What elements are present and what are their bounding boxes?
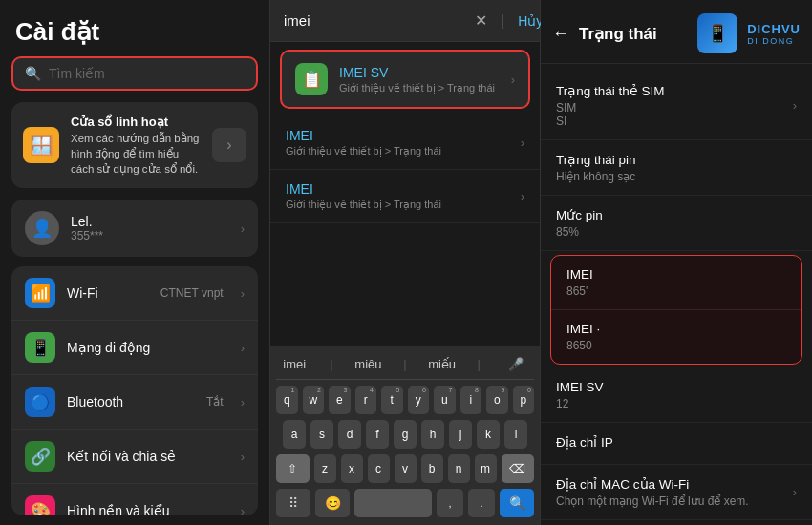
sim-chevron: › xyxy=(793,98,797,113)
user-item[interactable]: 👤 Lel. 355*** › xyxy=(11,200,258,257)
keyboard-suggestions: imei | miêu | miếu | 🎤 xyxy=(276,353,534,380)
settings-item-connect[interactable]: 🔗 Kết nối và chia sẻ › xyxy=(11,430,258,484)
status-item-imei2: IMEI · 8650 xyxy=(551,310,801,364)
bluetooth-label: Bluetooth xyxy=(67,394,195,410)
promo-title: Cửa sổ linh hoạt xyxy=(71,114,201,131)
key-e[interactable]: e3 xyxy=(329,386,351,414)
key-h[interactable]: h xyxy=(421,420,444,449)
suggestion-0[interactable]: imei xyxy=(276,357,313,371)
key-p[interactable]: p0 xyxy=(513,386,535,414)
bluetooth-value: Tắt xyxy=(206,395,224,409)
grid-key[interactable]: ⠿ xyxy=(276,489,310,517)
search-result-2[interactable]: IMEI Giới thiệu về thiết bị > Trạng thái… xyxy=(270,170,540,223)
key-c[interactable]: c xyxy=(368,454,390,483)
wallpaper-icon: 🎨 xyxy=(25,495,55,515)
status-item-mac-wifi[interactable]: Địa chỉ MAC của Wi-Fi Chọn một mạng Wi-F… xyxy=(541,465,812,520)
status-item-imeisv: IMEI SV 12 xyxy=(541,368,812,423)
wifi-label: Wi-Fi xyxy=(67,285,149,301)
key-n[interactable]: n xyxy=(448,454,470,483)
promo-chevron: › xyxy=(212,128,246,162)
key-o[interactable]: o9 xyxy=(486,386,508,414)
status-item-sim[interactable]: Trạng thái thẻ SIM SIMSI › xyxy=(541,72,812,140)
settings-item-wifi[interactable]: 📶 Wi-Fi CTNET vnpt › xyxy=(11,266,258,321)
sim-value: SIMSI xyxy=(556,101,665,128)
imei-highlighted-section: IMEI 865' IMEI · 8650 xyxy=(550,255,802,365)
battery-status-value: Hiện không sạc xyxy=(556,170,797,183)
user-chevron: › xyxy=(241,221,245,236)
settings-item-wallpaper[interactable]: 🎨 Hình nền và kiểu › xyxy=(11,484,258,515)
result-text-1: IMEI Giới thiệu về thiết bị > Trạng thái xyxy=(286,128,509,158)
result-chevron-1: › xyxy=(521,136,524,150)
avatar: 👤 xyxy=(25,211,59,245)
search-result-1[interactable]: IMEI Giới thiệu về thiết bị > Trạng thái… xyxy=(270,116,540,170)
battery-level-title: Mức pin xyxy=(556,207,797,222)
key-r[interactable]: r4 xyxy=(355,386,377,414)
suggestion-1[interactable]: miêu xyxy=(350,357,387,371)
key-w[interactable]: w2 xyxy=(303,386,325,414)
key-j[interactable]: j xyxy=(449,420,472,449)
user-section[interactable]: 👤 Lel. 355*** › xyxy=(11,200,258,257)
key-k[interactable]: k xyxy=(477,420,500,449)
key-i[interactable]: i8 xyxy=(460,386,482,414)
promo-description: Xem các hướng dẫn bằng hình động để tìm … xyxy=(71,131,201,177)
key-d[interactable]: d xyxy=(338,420,361,449)
space-key[interactable] xyxy=(354,489,432,517)
status-list: Trạng thái thẻ SIM SIMSI › Trạng thái pi… xyxy=(541,64,812,525)
key-u[interactable]: u7 xyxy=(434,386,456,414)
key-b[interactable]: b xyxy=(421,454,443,483)
key-a[interactable]: a xyxy=(283,420,306,449)
search-input[interactable] xyxy=(284,12,465,29)
result-chevron-0: › xyxy=(511,73,515,87)
key-s[interactable]: s xyxy=(310,420,333,449)
imeisv-title: IMEI SV xyxy=(556,380,797,394)
key-f[interactable]: f xyxy=(366,420,389,449)
result-title-0: IMEI SV xyxy=(339,65,500,80)
key-t[interactable]: t5 xyxy=(381,386,403,414)
backspace-key[interactable]: ⌫ xyxy=(502,454,535,483)
search-icon: 🔍 xyxy=(25,66,41,81)
wifi-value: CTNET vnpt xyxy=(160,286,224,300)
brand-logo: 📱 xyxy=(697,13,737,53)
search-result-0[interactable]: 📋 IMEI SV Giới thiệu về thiết bị > Trạng… xyxy=(280,50,530,109)
search-placeholder: Tìm kiếm xyxy=(49,66,105,81)
battery-level-value: 85% xyxy=(556,225,797,239)
key-x[interactable]: x xyxy=(341,454,363,483)
cancel-button[interactable]: Hủy xyxy=(518,13,543,29)
mac-wifi-title: Địa chỉ MAC của Wi-Fi xyxy=(556,476,785,492)
shift-key[interactable]: ⇧ xyxy=(276,454,310,483)
mic-icon[interactable]: 🎤 xyxy=(497,357,534,371)
period-key[interactable]: . xyxy=(468,489,495,517)
key-m[interactable]: m xyxy=(475,454,497,483)
promo-icon: 🪟 xyxy=(23,127,59,163)
key-z[interactable]: z xyxy=(314,454,336,483)
search-enter-key[interactable]: 🔍 xyxy=(500,489,534,517)
result-sub-1: Giới thiệu về thiết bị > Trạng thái xyxy=(286,145,509,158)
settings-item-mobile[interactable]: 📱 Mạng di động › xyxy=(11,321,258,375)
mobile-icon: 📱 xyxy=(25,332,55,363)
comma-key[interactable]: , xyxy=(437,489,463,517)
suggestion-2[interactable]: miếu xyxy=(423,357,460,371)
bluetooth-chevron: › xyxy=(241,395,245,410)
key-q[interactable]: q1 xyxy=(276,386,298,414)
clear-button[interactable]: ✕ xyxy=(475,11,487,30)
result-text-2: IMEI Giới thiệu về thiết bị > Trạng thái xyxy=(286,181,509,211)
search-bar: ✕ | Hủy xyxy=(270,0,540,42)
key-v[interactable]: v xyxy=(395,454,417,483)
search-box[interactable]: 🔍 Tìm kiếm xyxy=(11,56,258,91)
keyboard-row-2: a s d f g h j k l xyxy=(276,420,534,449)
brand-text: DICHVU DI DONG xyxy=(747,22,801,46)
back-button[interactable]: ← xyxy=(552,24,569,44)
brand-sub: DI DONG xyxy=(747,36,801,46)
settings-item-bluetooth[interactable]: 🔵 Bluetooth Tắt › xyxy=(11,375,258,430)
mac-wifi-chevron: › xyxy=(793,485,797,499)
settings-list: 📶 Wi-Fi CTNET vnpt › 📱 Mạng di động › 🔵 … xyxy=(11,266,258,515)
key-y[interactable]: y6 xyxy=(408,386,430,414)
key-g[interactable]: g xyxy=(394,420,417,449)
emoji-key[interactable]: 😊 xyxy=(315,489,350,517)
result-chevron-2: › xyxy=(521,189,524,203)
result-text-0: IMEI SV Giới thiệu về thiết bị > Trạng t… xyxy=(339,65,500,94)
promo-card[interactable]: 🪟 Cửa sổ linh hoạt Xem các hướng dẫn bằn… xyxy=(11,102,258,188)
result-icon-0: 📋 xyxy=(295,63,328,95)
user-name: Lel. xyxy=(71,214,229,229)
key-l[interactable]: l xyxy=(504,420,527,449)
